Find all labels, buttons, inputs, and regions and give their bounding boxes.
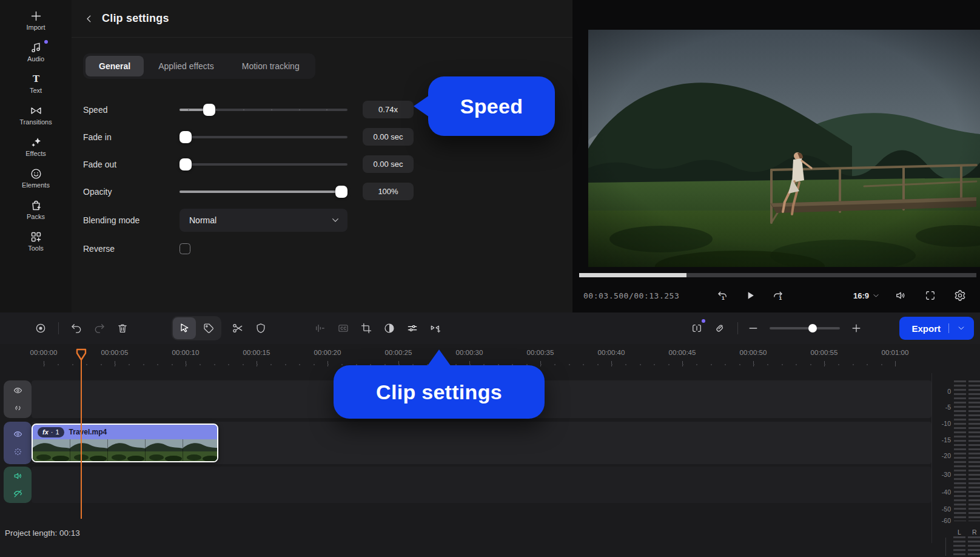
zoom-out-button[interactable] (744, 317, 762, 339)
filmstrip-thumbnail (33, 439, 70, 461)
sidebar-item-transitions[interactable]: Transitions (0, 101, 72, 129)
export-label: Export (911, 323, 941, 334)
playhead-line[interactable] (81, 360, 82, 519)
timeline-zoom-slider[interactable] (770, 324, 840, 333)
export-chevron-icon[interactable] (957, 324, 965, 333)
aspect-ratio-label: 16:9 (853, 291, 869, 300)
snap-button[interactable] (685, 317, 708, 339)
aspect-ratio-select[interactable]: 16:9 (853, 291, 880, 300)
tab-motion-tracking[interactable]: Motion tracking (229, 56, 313, 76)
fade-out-value[interactable]: 0.00 sec (363, 155, 414, 173)
fade-in-value[interactable]: 0.00 sec (363, 128, 414, 146)
zoom-in-button[interactable] (847, 317, 865, 339)
tag-icon (203, 322, 215, 334)
slider-tick (326, 109, 327, 110)
speed-slider-handle[interactable] (203, 104, 215, 116)
blending-mode-select[interactable]: Normal (180, 209, 347, 232)
meter-scale-label: 0 (947, 388, 951, 395)
timeline-zoom-control (744, 317, 865, 339)
dissolve-icon[interactable] (12, 446, 24, 458)
export-button[interactable]: Export (899, 317, 974, 340)
redo-button[interactable] (88, 317, 111, 339)
ruler-label: 00:00:15 (243, 349, 270, 356)
trash-button[interactable] (111, 317, 134, 339)
undo-button[interactable] (65, 317, 88, 339)
fade-out-slider-handle[interactable] (180, 158, 192, 170)
setting-control (180, 104, 347, 116)
back-icon[interactable] (84, 13, 95, 24)
fade-out-slider[interactable] (180, 158, 347, 170)
ruler-label: 00:00:30 (456, 349, 483, 356)
contrast-button[interactable] (378, 317, 401, 339)
meter-channel-label: L (958, 528, 961, 536)
shield-button[interactable] (249, 317, 272, 339)
sidebar-item-audio[interactable]: Audio (0, 38, 72, 66)
speed-value[interactable]: 0.74x (363, 101, 414, 118)
meter-scale-label: -20 (942, 452, 951, 459)
setting-label: Reverse (83, 244, 180, 254)
waveform-button[interactable] (309, 317, 332, 339)
sidebar-item-text[interactable]: TText (0, 69, 72, 98)
sidebar-item-label: Packs (27, 213, 45, 220)
crop-button[interactable] (355, 317, 378, 339)
setting-label: Fade out (83, 160, 180, 169)
timeline-clip[interactable]: fx · 1 Travel.mp4 (32, 424, 218, 462)
fade-in-slider-handle[interactable] (180, 131, 192, 143)
video-frame[interactable] (588, 30, 980, 267)
eye-icon[interactable] (12, 428, 24, 441)
next-frame-button[interactable]: 1 (769, 286, 787, 305)
tag-button[interactable] (197, 317, 220, 339)
volume-button[interactable] (891, 286, 910, 305)
setting-label: Fade in (83, 132, 180, 142)
slider-fill (180, 109, 205, 111)
opacity-value[interactable]: 100% (363, 183, 414, 200)
opacity-slider[interactable] (180, 186, 347, 198)
volume-icon[interactable] (12, 470, 24, 482)
ruler-label: 00:01:00 (882, 349, 909, 356)
sidebar-item-import[interactable]: Import (0, 6, 72, 35)
speed-callout: Speed (428, 76, 555, 136)
sidebar-item-elements[interactable]: Elements (0, 164, 72, 192)
meter-scale-label: -30 (942, 471, 951, 478)
preview-right-controls: 16:9 (853, 286, 969, 305)
transition-add-button[interactable] (424, 317, 447, 339)
scissors-button[interactable] (226, 317, 249, 339)
hook-button[interactable] (708, 317, 731, 339)
fullscreen-button[interactable] (921, 286, 939, 305)
record-button[interactable] (29, 317, 52, 339)
sidebar-item-packs[interactable]: Packs (0, 195, 72, 224)
sidebar-item-tools[interactable]: Tools (0, 227, 72, 255)
clip-settings-button[interactable] (401, 317, 424, 339)
zoom-handle[interactable] (808, 324, 817, 333)
speed-slider[interactable] (180, 104, 347, 116)
gear-button[interactable] (951, 286, 969, 305)
sidebar-item-effects[interactable]: Effects (0, 132, 72, 161)
snap-icon (691, 322, 703, 334)
setting-control (180, 243, 347, 254)
captions-button[interactable] (332, 317, 355, 339)
link-icon (13, 403, 23, 413)
reverse-checkbox[interactable] (180, 243, 190, 254)
audio-track-row[interactable] (32, 467, 931, 503)
cursor-button[interactable] (173, 317, 196, 339)
fade-in-slider[interactable] (180, 131, 347, 143)
filmstrip-thumbnail (183, 439, 218, 461)
eye-off-icon[interactable] (12, 488, 24, 500)
eye-icon (13, 385, 23, 396)
slider-tick (188, 109, 189, 110)
tab-general[interactable]: General (86, 56, 144, 76)
playhead-marker[interactable] (75, 348, 87, 362)
clip-settings-icon (406, 322, 418, 334)
play-button[interactable] (741, 286, 759, 305)
tab-applied-effects[interactable]: Applied effects (145, 56, 227, 76)
prev-frame-button[interactable]: 1 (713, 286, 731, 305)
setting-label: Opacity (83, 187, 180, 197)
preview-progress-bar[interactable] (579, 273, 976, 277)
eye-icon[interactable] (12, 385, 24, 397)
link-icon[interactable] (12, 402, 24, 414)
ruler-label: 00:00:55 (811, 349, 838, 356)
opacity-slider-handle[interactable] (335, 186, 347, 198)
svg-text:1: 1 (779, 295, 782, 301)
transport-controls: 11 (713, 286, 787, 305)
fx-badge[interactable]: fx · 1 (38, 427, 64, 437)
